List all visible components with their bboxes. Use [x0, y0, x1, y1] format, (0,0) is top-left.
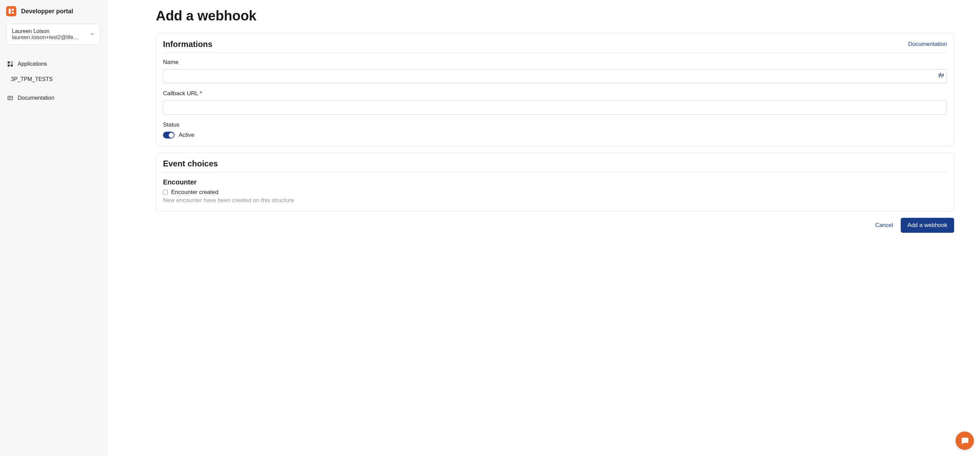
- brand-logo: [6, 6, 16, 16]
- informations-card: Informations Documentation Name Callback…: [156, 33, 954, 146]
- chat-launcher[interactable]: [956, 432, 974, 450]
- status-toggle[interactable]: [163, 132, 175, 138]
- portal-title: Developper portal: [21, 8, 73, 15]
- cancel-button[interactable]: Cancel: [875, 222, 893, 229]
- svg-rect-14: [940, 73, 941, 76]
- status-label: Status: [163, 121, 947, 128]
- sidebar-header: Developper portal: [6, 6, 100, 16]
- chevron-down-icon: [90, 32, 95, 37]
- status-toggle-row: Active: [163, 132, 947, 138]
- nav-documentation-label: Documentation: [18, 95, 54, 101]
- nav-documentation[interactable]: Documentation: [6, 91, 100, 105]
- informations-header: Informations Documentation: [163, 40, 947, 53]
- svg-rect-4: [8, 65, 10, 67]
- svg-rect-5: [11, 65, 13, 67]
- password-manager-icon[interactable]: [939, 73, 943, 79]
- svg-rect-7: [12, 62, 13, 62]
- event-choices-title: Event choices: [163, 159, 947, 168]
- account-text: Laureen Loison laureen.loison+test2@life…: [12, 28, 87, 40]
- nav-application-item[interactable]: 3P_TPM_TESTS: [6, 73, 100, 86]
- svg-rect-10: [8, 96, 13, 100]
- account-email: laureen.loison+test2@life…: [12, 34, 87, 40]
- documentation-link[interactable]: Documentation: [908, 41, 947, 48]
- callback-url-label: Callback URL *: [163, 90, 947, 97]
- svg-rect-8: [11, 63, 11, 63]
- encounter-created-checkbox[interactable]: [163, 190, 168, 195]
- informations-title: Informations: [163, 40, 212, 49]
- page-title: Add a webhook: [156, 8, 954, 24]
- callback-url-input[interactable]: [163, 100, 947, 115]
- svg-rect-9: [12, 63, 13, 63]
- event-checkbox-row: Encounter created: [163, 189, 947, 195]
- svg-rect-13: [939, 73, 940, 78]
- sidebar: Developper portal Laureen Loison laureen…: [0, 0, 107, 456]
- svg-rect-15: [942, 74, 942, 78]
- nav-applications[interactable]: Applications: [6, 57, 100, 71]
- form-actions: Cancel Add a webhook: [156, 218, 954, 233]
- toggle-knob: [169, 133, 174, 138]
- add-webhook-button[interactable]: Add a webhook: [901, 218, 954, 233]
- chat-icon: [960, 436, 969, 445]
- encounter-created-label: Encounter created: [171, 189, 218, 195]
- svg-rect-1: [12, 9, 14, 11]
- grid-icon: [7, 60, 14, 67]
- event-choices-card: Event choices Encounter Encounter create…: [156, 153, 954, 212]
- logo-icon: [8, 8, 14, 14]
- nav-applications-label: Applications: [18, 61, 47, 67]
- svg-rect-16: [943, 73, 943, 76]
- svg-rect-2: [12, 12, 14, 14]
- main-content: Add a webhook Informations Documentation…: [107, 0, 980, 456]
- event-group-title: Encounter: [163, 178, 947, 186]
- account-selector[interactable]: Laureen Loison laureen.loison+test2@life…: [6, 24, 100, 45]
- name-input[interactable]: [163, 69, 947, 83]
- event-choices-header: Event choices: [163, 159, 947, 172]
- name-label: Name: [163, 59, 947, 66]
- status-toggle-label: Active: [179, 132, 194, 138]
- svg-rect-0: [9, 9, 11, 14]
- svg-rect-6: [11, 62, 11, 62]
- svg-rect-3: [8, 62, 10, 64]
- document-icon: [7, 95, 14, 102]
- encounter-created-description: New encounter have been created on this …: [163, 197, 947, 204]
- account-name: Laureen Loison: [12, 28, 87, 34]
